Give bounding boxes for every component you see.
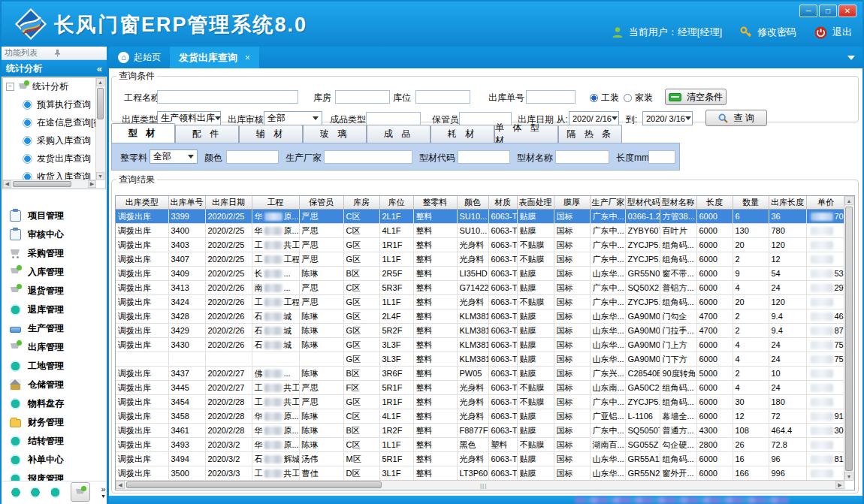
scroll-up-icon[interactable]: ▲ (844, 196, 853, 205)
maker-input[interactable] (324, 150, 412, 164)
maximize-button[interactable]: □ (819, 5, 837, 17)
search-button[interactable]: 查 询 (705, 110, 767, 126)
table-row[interactable]: 调拨出库 3400 2020/2/25 华原... 严思 C区 4L1F 整料 (116, 224, 844, 238)
column-header[interactable]: 长度 (696, 196, 733, 210)
material-tab[interactable]: 成 品 (367, 125, 430, 143)
column-header[interactable]: 型材名称 (660, 196, 696, 210)
column-header[interactable]: 单价 (806, 196, 844, 210)
tree-root[interactable]: − 统计分析 (3, 78, 96, 95)
sidebar-menu-item[interactable]: 退货管理 (2, 282, 106, 300)
tree-item[interactable]: 发货出库查询 (3, 149, 96, 167)
length-input[interactable] (648, 150, 675, 164)
scroll-left-icon[interactable]: ◀ (3, 180, 11, 188)
column-header[interactable]: 型材代码 (625, 196, 660, 210)
tree-item[interactable]: 在途信息查询[待 (3, 113, 96, 131)
date-from-picker[interactable]: 2020/ 2/16 (569, 111, 619, 125)
column-header[interactable]: 数量 (733, 196, 769, 210)
cart-shortcut-button[interactable] (71, 482, 90, 502)
project-name-input[interactable] (157, 90, 298, 104)
date-to-picker[interactable]: 2020/ 3/16 (642, 111, 693, 125)
table-row[interactable]: 调拨出库 3413 2020/2/26 南... 严思 C区 5R3F 整料 (116, 281, 844, 295)
sidebar-menu-item[interactable]: 生产管理 (2, 319, 106, 338)
pin-icon[interactable] (54, 50, 104, 57)
table-row[interactable]: G区 3L3F 整料 KLM3817 6063-T5 贴膜 国标 山东华... (116, 352, 844, 367)
audit-select[interactable]: 全部 (264, 111, 322, 125)
table-row[interactable]: 调拨出库 3454 2020/2/28 工共工程 严思 G区 1R1F 整料 (116, 395, 844, 409)
table-row[interactable]: 调拨出库 3407 2020/2/25 工工程 严思 G区 1L1F 整料 (116, 252, 844, 267)
tree-item[interactable]: 采购入库查询 (3, 131, 96, 149)
sidebar-menu-item[interactable]: 入库管理 (2, 263, 106, 282)
scroll-right-icon[interactable]: ▶ (835, 481, 844, 489)
material-tab[interactable]: 耗 材 (430, 125, 494, 143)
column-header[interactable]: 生产厂家 (590, 196, 625, 210)
table-row[interactable]: 调拨出库 3409 2020/2/25 长... 陈琳 B区 2R5F 整料 (116, 267, 844, 281)
sidebar-menu-item[interactable]: 项目管理 (2, 207, 106, 225)
location-input[interactable] (415, 90, 470, 104)
sidebar-section-header[interactable]: 统计分析 « (2, 60, 107, 77)
sidebar-menu-item[interactable]: 采购管理 (2, 244, 106, 263)
tree-item[interactable]: 预算执行查询 (3, 95, 96, 113)
tab-outbound-query[interactable]: 发货出库查询 × (170, 47, 259, 68)
table-horizontal-scrollbar[interactable]: ◀ ||| ▶ (116, 480, 844, 490)
clear-conditions-button[interactable]: 清空条件 (665, 89, 727, 105)
table-row[interactable]: 调拨出库 3437 2020/2/27 佛... 陈琳 B区 3R6F 整料 (116, 367, 844, 381)
sidebar-menu-item[interactable]: 审核中心 (2, 225, 106, 244)
quick-module-icon[interactable] (11, 487, 20, 498)
column-header[interactable]: 出库单号 (168, 196, 205, 210)
table-row[interactable]: 调拨出库 3424 2020/2/26 工工程 严思 G区 1L1F 整料 (116, 295, 844, 309)
table-row[interactable]: 调拨出库 3494 2020/3/2 石辉城 汤伟 M区 5R1F 整料 (116, 452, 844, 466)
profile-name-input[interactable] (555, 150, 609, 164)
minimize-button[interactable]: ─ (799, 5, 817, 17)
sidebar-menu-item[interactable]: 工地管理 (2, 357, 106, 376)
quick-module-icon[interactable] (50, 487, 59, 498)
close-button[interactable]: ✕ (838, 5, 856, 17)
column-header[interactable]: 库房 (343, 196, 379, 210)
material-tab[interactable]: 玻 璃 (303, 125, 367, 143)
quick-module-icon[interactable] (31, 487, 40, 498)
table-row[interactable]: 调拨出库 3493 2020/3/2 华原... 陈琳 C区 1L1F 整料 (116, 438, 844, 452)
table-row[interactable]: 调拨出库 3458 2020/2/28 华原... 陈琳 C区 4L1F 整料 (116, 409, 844, 424)
more-buttons-chevron[interactable]: »▼ (101, 485, 106, 499)
table-row[interactable]: 调拨出库 3403 2020/2/25 工共工程 严思 G区 1R1F 整料 (116, 238, 844, 252)
column-header[interactable]: 出库长度 (769, 196, 806, 210)
table-vertical-scrollbar[interactable]: ▲ ▼ (844, 196, 854, 481)
tree-vertical-scrollbar[interactable]: ▲ ▼ (95, 78, 105, 180)
column-header[interactable]: 表面处理 (517, 196, 554, 210)
column-header[interactable]: 材质 (488, 196, 517, 210)
column-header[interactable]: 颜色 (457, 196, 488, 210)
material-tab[interactable]: 辅 材 (239, 125, 303, 143)
column-header[interactable]: 出库类型 (116, 196, 168, 210)
scroll-right-icon[interactable]: ▶ (88, 180, 96, 188)
table-row[interactable]: 调拨出库 3430 2020/2/26 石城 陈琳 G区 3L3F 整料 (116, 338, 844, 352)
tab-home[interactable]: ⌂ 起始页 (109, 47, 170, 68)
column-header[interactable]: 工程 (252, 196, 299, 210)
material-tab[interactable]: 型 材 (111, 123, 175, 143)
change-password-link[interactable]: 修改密码 (757, 26, 796, 39)
tree-item[interactable]: 收货入库查询 (3, 167, 96, 180)
scroll-left-icon[interactable]: ◀ (116, 481, 125, 489)
sidebar-menu-item[interactable]: 出库管理 (2, 338, 106, 357)
warehouse-input[interactable] (335, 90, 390, 104)
sidebar-menu-item[interactable]: 仓储管理 (2, 376, 106, 394)
material-tab[interactable]: 配 件 (175, 125, 239, 143)
column-header[interactable]: 膜厚 (554, 196, 590, 210)
color-input[interactable] (226, 150, 279, 164)
column-header[interactable]: 保管员 (299, 196, 343, 210)
sidebar-menu-item[interactable]: 物料盘存 (2, 394, 106, 413)
table-row[interactable]: 调拨出库 3445 2020/2/27 工共工程 严思 F区 5R1F 整料 (116, 381, 844, 395)
material-tab[interactable]: 单 体 型 材 (494, 125, 558, 143)
profile-code-input[interactable] (458, 150, 510, 164)
material-tab[interactable]: 隔 热 条 (558, 125, 622, 143)
radio-homewear[interactable]: 家装 (624, 92, 653, 104)
column-header[interactable]: 出库日期 (205, 196, 252, 210)
tab-list-dropdown-icon[interactable] (847, 56, 855, 60)
table-row[interactable]: 调拨出库 3461 2020/2/28 华原... 陈琳 B区 1R2F 整料 (116, 424, 844, 438)
sidebar-menu-item[interactable]: 财务管理 (2, 413, 106, 432)
table-row[interactable]: 调拨出库 3500 2020/3/3 工共工程 曹佳 D区 3L1F 整料 (116, 466, 844, 481)
radio-workwear[interactable]: 工装 (590, 92, 619, 104)
column-header[interactable]: 整零料 (413, 196, 457, 210)
whole-part-select[interactable]: 全部 (150, 149, 198, 164)
sidebar-menu-item[interactable]: 报废管理 (2, 469, 106, 481)
scroll-up-icon[interactable]: ▲ (96, 78, 104, 86)
table-row[interactable]: 调拨出库 3428 2020/2/26 石城 陈琳 G区 2L4F 整料 (116, 309, 844, 324)
